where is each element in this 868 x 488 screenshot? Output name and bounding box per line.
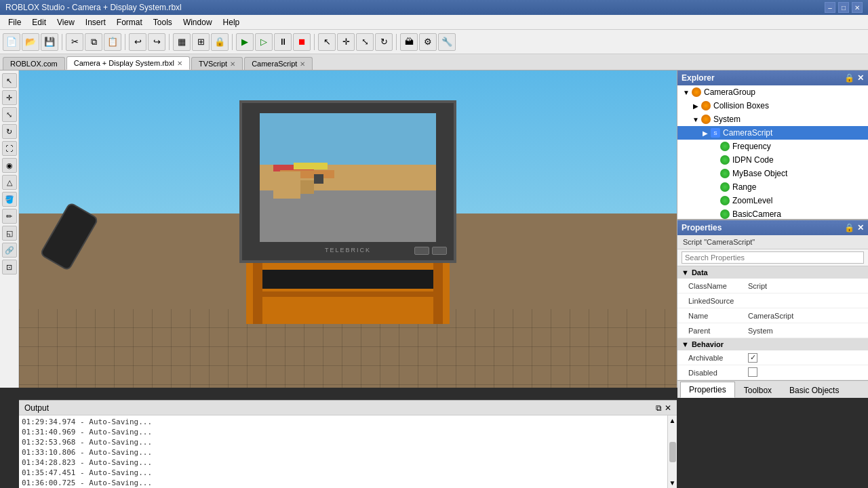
toolbar-select[interactable]: ↖ bbox=[318, 33, 336, 51]
prop-name-name: Name bbox=[677, 312, 745, 320]
maximize-button[interactable]: □ bbox=[838, 2, 849, 13]
tree-item-camerascript[interactable]: ▶ S CameraScript bbox=[677, 126, 868, 140]
tab-camerascript[interactable]: CameraScript ✕ bbox=[244, 57, 313, 70]
toolbar-sep-2 bbox=[125, 34, 125, 50]
prop-name-disabled: Disabled bbox=[677, 369, 745, 377]
properties-close-icon[interactable]: ✕ bbox=[857, 223, 864, 232]
tab-tvscript[interactable]: TVScript ✕ bbox=[191, 57, 243, 70]
prop-section-data-arrow[interactable]: ▼ bbox=[682, 268, 689, 277]
tree-item-frequency[interactable]: ▶ Frequency bbox=[677, 140, 868, 153]
sidebar-btn-2[interactable]: ✛ bbox=[2, 90, 17, 105]
menu-insert[interactable]: Insert bbox=[80, 16, 111, 28]
tree-item-mybaseobject[interactable]: ▶ MyBase Object bbox=[677, 167, 868, 180]
sidebar-btn-8[interactable]: 🪣 bbox=[2, 192, 17, 207]
toolbar-ungroup[interactable]: ⊞ bbox=[192, 33, 210, 51]
toolbar-plugin1[interactable]: ⚙ bbox=[419, 33, 437, 51]
tree-arrow-collisionboxes[interactable]: ▶ bbox=[691, 102, 701, 110]
toolbar-redo[interactable]: ↪ bbox=[148, 33, 165, 51]
tree-item-collisionboxes[interactable]: ▶ Collision Boxes bbox=[677, 99, 868, 113]
prop-checkbox-archivable[interactable] bbox=[748, 353, 757, 363]
toolbar-group[interactable]: ▦ bbox=[173, 33, 191, 51]
toolbar-scale[interactable]: ⤡ bbox=[356, 33, 374, 51]
tree-item-cameragroup1[interactable]: ▼ CameraGroup bbox=[677, 85, 868, 99]
tab-roblox[interactable]: ROBLOX.com bbox=[3, 57, 65, 70]
explorer-close-icon[interactable]: ✕ bbox=[857, 73, 864, 83]
tree-arrow-cameragroup1[interactable]: ▼ bbox=[682, 89, 691, 96]
tree-item-system[interactable]: ▼ System bbox=[677, 113, 868, 126]
toolbar-rotate[interactable]: ↻ bbox=[375, 33, 393, 51]
sidebar-btn-12[interactable]: ⊡ bbox=[2, 260, 17, 274]
menu-format[interactable]: Format bbox=[111, 16, 148, 28]
menu-file[interactable]: File bbox=[3, 16, 26, 28]
tab-camerascript-close-icon[interactable]: ✕ bbox=[300, 60, 305, 68]
menu-window[interactable]: Window bbox=[178, 16, 218, 28]
tree-arrow-camerascript[interactable]: ▶ bbox=[701, 129, 710, 137]
toolbar-move[interactable]: ✛ bbox=[337, 33, 355, 51]
prop-name-classname: ClassName bbox=[677, 282, 745, 290]
menu-edit[interactable]: Edit bbox=[26, 16, 52, 28]
tab-camera-close-icon[interactable]: ✕ bbox=[177, 60, 182, 67]
minimize-button[interactable]: – bbox=[825, 2, 835, 13]
toolbar-plugin2[interactable]: 🔧 bbox=[438, 33, 456, 51]
sidebar-btn-4[interactable]: ↻ bbox=[2, 124, 17, 139]
left-sidebar: ↖ ✛ ⤡ ↻ ⛶ ◉ △ 🪣 ✏ ◱ 🔗 ⊡ bbox=[0, 70, 19, 388]
output-line-5: 01:34:28.823 - Auto-Saving... bbox=[22, 458, 665, 468]
tree-item-zoomlevel[interactable]: ▶ ZoomLevel bbox=[677, 194, 868, 207]
output-scroll-thumb[interactable] bbox=[669, 442, 676, 462]
toolbar-lock[interactable]: 🔒 bbox=[211, 33, 229, 51]
bottom-tab-toolbox[interactable]: Toolbox bbox=[735, 382, 781, 398]
tab-tvscript-close-icon[interactable]: ✕ bbox=[230, 60, 235, 68]
sidebar-btn-7[interactable]: △ bbox=[2, 175, 17, 190]
tree-label-range: Range bbox=[732, 182, 756, 192]
toolbar-terrain[interactable]: 🏔 bbox=[400, 33, 418, 51]
toolbar-undo[interactable]: ↩ bbox=[129, 33, 146, 51]
tree-label-zoomlevel: ZoomLevel bbox=[732, 196, 772, 205]
prop-section-data-label: Data bbox=[692, 268, 708, 277]
toolbar-cut[interactable]: ✂ bbox=[66, 33, 83, 51]
sidebar-btn-10[interactable]: ◱ bbox=[2, 226, 17, 241]
toolbar-pause[interactable]: ⏸ bbox=[274, 33, 292, 51]
tab-camera-system[interactable]: Camera + Display System.rbxl ✕ bbox=[66, 56, 190, 70]
toolbar-new[interactable]: 📄 bbox=[3, 33, 20, 51]
tree-label-system: System bbox=[713, 115, 741, 124]
toolbar-save[interactable]: 💾 bbox=[41, 33, 58, 51]
toolbar-stop[interactable]: ⏹ bbox=[293, 33, 311, 51]
sidebar-btn-6[interactable]: ◉ bbox=[2, 158, 17, 173]
output-scroll-up-icon[interactable]: ▲ bbox=[669, 417, 676, 424]
close-button[interactable]: ✕ bbox=[852, 2, 863, 13]
toolbar-copy[interactable]: ⧉ bbox=[85, 33, 102, 51]
sidebar-btn-1[interactable]: ↖ bbox=[2, 73, 17, 88]
explorer-lock-icon[interactable]: 🔒 bbox=[844, 73, 854, 83]
toolbar-play[interactable]: ▶ bbox=[236, 33, 254, 51]
tree-item-basiccamera[interactable]: ▶ BasicCamera bbox=[677, 207, 868, 219]
menu-help[interactable]: Help bbox=[218, 16, 245, 28]
tree-arrow-system[interactable]: ▼ bbox=[691, 116, 701, 123]
sidebar-btn-5[interactable]: ⛶ bbox=[2, 141, 17, 156]
toolbar-paste[interactable]: 📋 bbox=[104, 33, 121, 51]
tv-container: TELEBRICK bbox=[233, 100, 463, 324]
output-scrollbar[interactable]: ▲ ▼ bbox=[667, 415, 677, 488]
tree-view[interactable]: ▼ CameraGroup ▶ Collision Boxes ▼ System bbox=[677, 85, 868, 219]
prop-row-parent: Parent System bbox=[677, 323, 868, 338]
output-close-icon[interactable]: ✕ bbox=[665, 403, 671, 413]
tree-item-idpncode[interactable]: ▶ IDPN Code bbox=[677, 153, 868, 167]
output-header: Output ⧉ ✕ bbox=[19, 401, 677, 415]
toolbar: 📄 📂 💾 ✂ ⧉ 📋 ↩ ↪ ▦ ⊞ 🔒 ▶ ▷ ⏸ ⏹ ↖ ✛ ⤡ ↻ 🏔 … bbox=[0, 30, 868, 54]
tree-item-range[interactable]: ▶ Range bbox=[677, 180, 868, 194]
output-scroll-down-icon[interactable]: ▼ bbox=[669, 479, 676, 487]
bottom-tab-basic-objects[interactable]: Basic Objects bbox=[781, 382, 848, 398]
output-expand-icon[interactable]: ⧉ bbox=[656, 403, 662, 413]
sidebar-btn-11[interactable]: 🔗 bbox=[2, 243, 17, 258]
toolbar-open[interactable]: 📂 bbox=[22, 33, 39, 51]
viewport[interactable]: TELEBRICK bbox=[19, 70, 677, 388]
menu-view[interactable]: View bbox=[52, 16, 80, 28]
toolbar-play-here[interactable]: ▷ bbox=[255, 33, 273, 51]
properties-lock-icon[interactable]: 🔒 bbox=[844, 223, 854, 232]
prop-section-behavior-arrow[interactable]: ▼ bbox=[682, 340, 689, 348]
prop-checkbox-disabled[interactable] bbox=[748, 367, 757, 377]
prop-search-input[interactable] bbox=[682, 251, 864, 264]
sidebar-btn-3[interactable]: ⤡ bbox=[2, 107, 17, 122]
sidebar-btn-9[interactable]: ✏ bbox=[2, 209, 17, 224]
menu-tools[interactable]: Tools bbox=[148, 16, 178, 28]
bottom-tab-properties[interactable]: Properties bbox=[680, 382, 735, 398]
